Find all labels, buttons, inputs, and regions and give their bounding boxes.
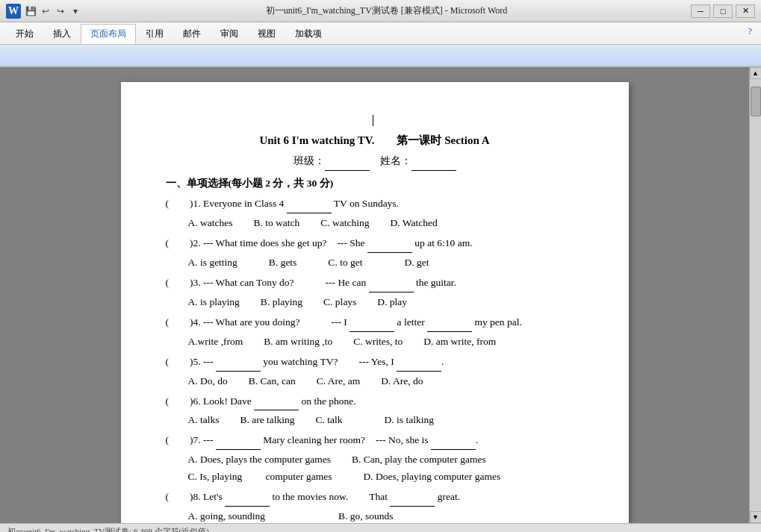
tab-insert[interactable]: 插入 bbox=[43, 24, 81, 44]
document-page: Unit 6 I'm watching TV. 第一课时 Section A 班… bbox=[121, 82, 629, 523]
customize-button[interactable]: ▾ bbox=[69, 4, 82, 18]
question-3: ( )3. --- What can Tony do? --- He can t… bbox=[166, 275, 584, 292]
document-area: Unit 6 I'm watching TV. 第一课时 Section A 班… bbox=[0, 67, 761, 523]
tab-home[interactable]: 开始 bbox=[6, 24, 43, 44]
ribbon-tabs: 开始 插入 页面布局 引用 邮件 审阅 视图 加载项 ? bbox=[0, 22, 761, 45]
tab-mailings[interactable]: 邮件 bbox=[173, 24, 211, 44]
tab-review[interactable]: 审阅 bbox=[211, 24, 248, 44]
question-2-options: A. is getting B. gets C. to get D. get bbox=[188, 254, 584, 272]
question-3-options: A. is playing B. playing C. plays D. pla… bbox=[188, 294, 584, 311]
scroll-down-button[interactable]: ▼ bbox=[750, 511, 762, 523]
scroll-thumb[interactable] bbox=[751, 87, 761, 116]
question-6: ( )6. Look! Dave on the phone. bbox=[166, 393, 584, 411]
scroll-up-button[interactable]: ▲ bbox=[750, 67, 762, 79]
doc-title: Unit 6 I'm watching TV. 第一课时 Section A bbox=[166, 131, 584, 151]
ribbon: 开始 插入 页面布局 引用 邮件 审阅 视图 加载项 ? bbox=[0, 22, 761, 67]
tab-page-layout[interactable]: 页面布局 bbox=[81, 24, 136, 44]
window-controls: ─ □ ✕ bbox=[691, 4, 755, 18]
redo-button[interactable]: ↪ bbox=[54, 4, 67, 18]
page-cursor bbox=[166, 112, 584, 130]
scroll-track[interactable] bbox=[750, 79, 761, 511]
status-bar: 初一unit6_I'm_watching_TV测试卷: 6,469 个字符(近似… bbox=[0, 523, 761, 532]
question-7-options-line2: C. Is, playing computer games D. Does, p… bbox=[188, 469, 584, 486]
close-button[interactable]: ✕ bbox=[736, 4, 755, 18]
name-blank bbox=[411, 153, 456, 171]
window-title: 初一unit6_I'm_watching_TV测试卷 [兼容模式] - Micr… bbox=[82, 4, 691, 17]
question-4-options: A.write ,from B. am writing ,to C. write… bbox=[188, 334, 584, 351]
question-6-options: A. talks B. are talking C. talk D. is ta… bbox=[188, 412, 584, 429]
tab-references[interactable]: 引用 bbox=[136, 24, 173, 44]
question-5-options: A. Do, do B. Can, can C. Are, am D. Are,… bbox=[188, 373, 584, 390]
section-title: 一、单项选择(每小题 2 分，共 30 分) bbox=[166, 175, 584, 193]
title-bar: W 💾 ↩ ↪ ▾ 初一unit6_I'm_watching_TV测试卷 [兼容… bbox=[0, 0, 761, 22]
tab-view[interactable]: 视图 bbox=[248, 24, 285, 44]
word-icon: W bbox=[6, 4, 21, 19]
question-5: ( )5. --- you watching TV? --- Yes, I . bbox=[166, 354, 584, 372]
help-button[interactable]: ? bbox=[745, 22, 755, 44]
question-7-options-line1: A. Does, plays the computer games B. Can… bbox=[188, 451, 584, 469]
class-blank bbox=[325, 153, 370, 171]
document-scroll[interactable]: Unit 6 I'm watching TV. 第一课时 Section A 班… bbox=[0, 67, 749, 523]
question-7: ( )7. --- Mary cleaning her room? --- No… bbox=[166, 432, 584, 450]
doc-class-line: 班级： 姓名： bbox=[166, 153, 584, 171]
maximize-button[interactable]: □ bbox=[713, 4, 733, 18]
ribbon-content bbox=[0, 45, 761, 66]
question-4: ( )4. --- What are you doing? --- I a le… bbox=[166, 314, 584, 332]
tab-addins[interactable]: 加载项 bbox=[285, 24, 332, 44]
question-8: ( )8. Let's to the movies now. That grea… bbox=[166, 489, 584, 507]
question-1: ( )1. Everyone in Class 4 TV on Sundays. bbox=[166, 195, 584, 213]
vertical-scrollbar[interactable]: ▲ ▼ bbox=[749, 67, 761, 523]
minimize-button[interactable]: ─ bbox=[691, 4, 710, 18]
title-bar-left: W 💾 ↩ ↪ ▾ bbox=[6, 4, 82, 19]
status-text: 初一unit6_I'm_watching_TV测试卷: 6,469 个字符(近似… bbox=[7, 526, 217, 532]
quick-access-toolbar: 💾 ↩ ↪ ▾ bbox=[24, 4, 82, 18]
question-8-options-line1: A. going, sounding B. go, sounds bbox=[188, 508, 584, 523]
undo-button[interactable]: ↩ bbox=[39, 4, 52, 18]
question-2: ( )2. --- What time does she get up? ---… bbox=[166, 235, 584, 253]
question-1-options: A. watches B. to watch C. watching D. Wa… bbox=[188, 215, 584, 232]
save-button[interactable]: 💾 bbox=[24, 4, 37, 18]
